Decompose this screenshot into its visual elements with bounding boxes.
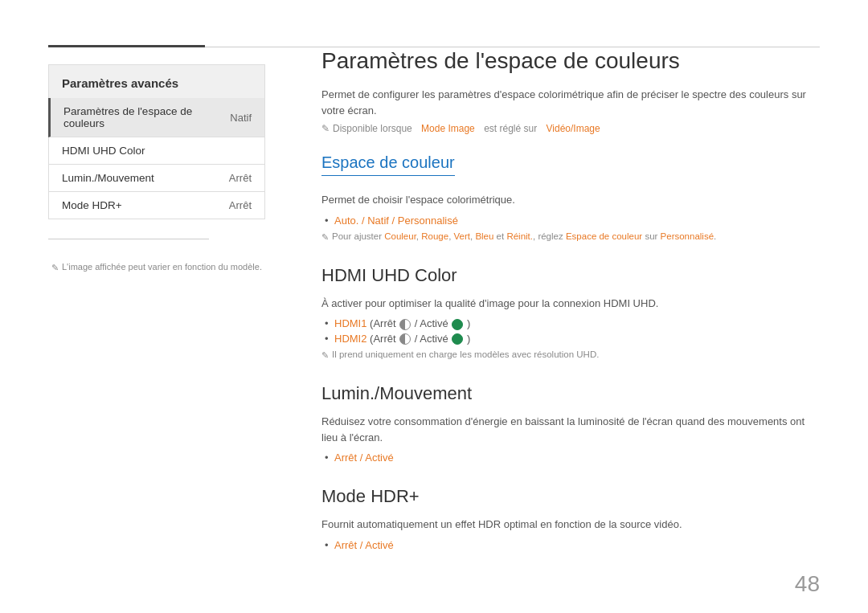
page-title: Paramètres de l'espace de couleurs [321,48,820,74]
lumin-title: Lumin./Mouvement [321,383,820,404]
espace-bullet-1: Auto. / Natif / Personnalisé [321,215,820,227]
sidebar-item-espace-couleur[interactable]: Paramètres de l'espace de couleurs Natif [48,98,265,137]
hdmi1-label: HDMI1 [334,317,366,329]
hdr-options: Arrêt / Activé [334,539,394,551]
espace-options: Auto. / Natif / Personnalisé [334,215,458,227]
sidebar-item-lumin[interactable]: Lumin./Mouvement Arrêt [48,165,265,192]
sidebar-item-hdmi[interactable]: HDMI UHD Color [48,137,265,165]
sidebar-item-hdr[interactable]: Mode HDR+ Arrêt [48,192,265,219]
note-prefix: Disponible lorsque [333,123,412,134]
section-espace-couleur: Espace de couleur Permet de choisir l'es… [321,153,820,243]
hdmi2-sep: / Activé [415,333,452,345]
lumin-options: Arrêt / Activé [334,452,394,464]
sidebar-item-label-1: HDMI UHD Color [62,145,145,157]
hdmi2-off: (Arrêt [370,333,399,345]
note-mid: est réglé sur [484,123,537,134]
section-title-espace: Espace de couleur [321,153,455,176]
hdmi1-on-icon [452,319,463,330]
main-content: Paramètres de l'espace de couleurs Perme… [321,48,820,581]
espace-note: ✎ Pour ajuster Couleur, Rouge, Vert, Ble… [321,231,820,243]
top-accent-line [48,45,205,47]
hdmi1-off-icon [399,319,411,330]
espace-note-icon: ✎ [321,232,329,243]
section-hdr: Mode HDR+ Fournit automatiquement un eff… [321,486,820,551]
hdmi2-close: ) [467,333,470,345]
page-intro: Permet de configurer les paramètres d'es… [321,87,820,118]
espace-desc: Permet de choisir l'espace colorimétriqu… [321,192,820,208]
note-icon: ✎ [51,263,59,273]
note-link-mode-image[interactable]: Mode Image [421,123,475,134]
hdmi2-label: HDMI2 [334,333,366,345]
lumin-desc: Réduisez votre consommation d'énergie en… [321,414,820,445]
hdmi-bullet-1: HDMI1 (Arrêt / Activé ) [321,317,820,330]
availability-note: ✎ Disponible lorsque Mode Image est régl… [321,123,820,134]
sidebar-item-label-0: Paramètres de l'espace de couleurs [63,105,230,129]
hdmi-note-text: Il prend uniquement en charge les modèle… [332,349,599,359]
sidebar-item-label-2: Lumin./Mouvement [62,172,154,184]
note-icon-main: ✎ [321,123,330,134]
hdmi-note-icon: ✎ [321,350,329,361]
sidebar-note-text: L'image affichée peut varier en fonction… [62,262,262,272]
section-hdmi-uhd: HDMI UHD Color À activer pour optimiser … [321,265,820,362]
hdmi2-off-icon [399,333,411,345]
hdmi-title: HDMI UHD Color [321,265,820,286]
espace-note-text: Pour ajuster Couleur, Rouge, Vert, Bleu … [332,231,716,241]
hdr-title: Mode HDR+ [321,486,820,507]
lumin-bullets: Arrêt / Activé [321,452,820,464]
sidebar-divider [48,239,209,239]
sidebar: Paramètres avancés Paramètres de l'espac… [48,64,265,273]
page-number: 48 [795,571,820,597]
sidebar-title: Paramètres avancés [48,64,265,98]
hdmi1-sep: / Activé [415,317,452,329]
sidebar-item-value-2: Arrêt [229,172,252,184]
espace-bullets: Auto. / Natif / Personnalisé [321,215,820,227]
hdmi-desc: À activer pour optimiser la qualité d'im… [321,296,820,312]
hdmi-bullet-2: HDMI2 (Arrêt / Activé ) [321,333,820,345]
hdmi-note: ✎ Il prend uniquement en charge les modè… [321,349,820,361]
sidebar-item-label-3: Mode HDR+ [62,199,122,211]
sidebar-item-value-0: Natif [230,112,252,124]
hdmi1-close: ) [467,317,470,329]
section-lumin: Lumin./Mouvement Réduisez votre consomma… [321,383,820,464]
hdr-bullet-1: Arrêt / Activé [321,539,820,551]
lumin-bullet-1: Arrêt / Activé [321,452,820,464]
hdr-desc: Fournit automatiquement un effet HDR opt… [321,517,820,533]
hdmi-bullets: HDMI1 (Arrêt / Activé ) HDMI2 (Arrêt / A… [321,317,820,345]
hdmi1-off: (Arrêt [370,317,399,329]
sidebar-note: ✎ L'image affichée peut varier en foncti… [48,262,265,273]
note-link-video-image[interactable]: Vidéo/Image [547,123,600,134]
hdr-bullets: Arrêt / Activé [321,539,820,551]
sidebar-item-value-3: Arrêt [229,199,252,211]
hdmi2-on-icon [452,333,463,345]
